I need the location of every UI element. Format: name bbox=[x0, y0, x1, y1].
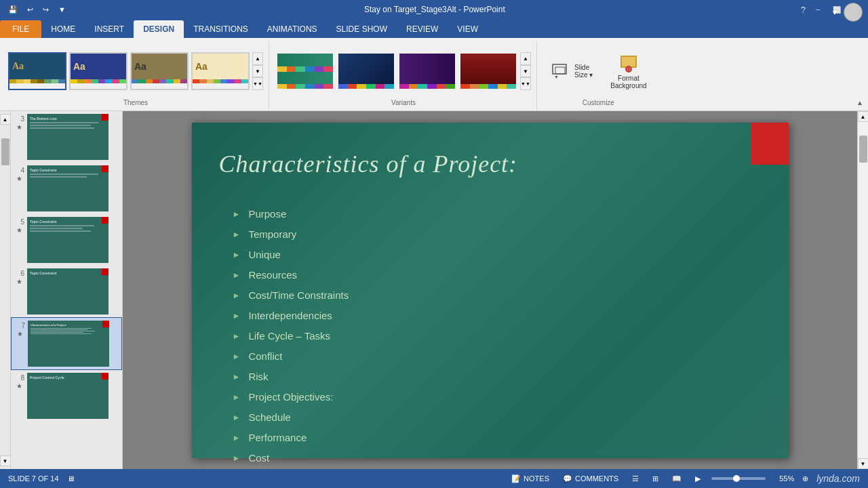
themes-items: Aa Aa bbox=[8, 43, 263, 99]
tab-view[interactable]: VIEW bbox=[448, 20, 488, 38]
save-icon[interactable]: 💾 bbox=[5, 4, 20, 16]
quick-access-toolbar: 💾 ↩ ↪ ▼ bbox=[5, 4, 68, 16]
status-bar: SLIDE 7 OF 14 🖥 📝 NOTES 💬 COMMENTS ☰ ⊞ 📖… bbox=[0, 469, 868, 488]
canvas-scroll-up[interactable]: ▲ bbox=[858, 111, 869, 122]
slide-size-button[interactable]: ▼ Slide Size ▾ bbox=[544, 57, 599, 85]
bullet-purpose: ► Purpose bbox=[233, 204, 349, 224]
panel-scroll-track bbox=[0, 125, 10, 455]
variant-4[interactable] bbox=[459, 52, 517, 90]
left-panel-scroll: ▲ ▼ bbox=[0, 111, 11, 469]
canvas-area: Characteristics of a Project: ► Purpose … bbox=[123, 111, 857, 469]
slide-thumb-8[interactable]: Project Control Cycle bbox=[27, 373, 108, 419]
bullet-arrow-1: ► bbox=[233, 204, 241, 224]
status-right: 📝 NOTES 💬 COMMENTS ☰ ⊞ 📖 ▶ 55% ⊕ lynda.c… bbox=[509, 473, 860, 485]
bullet-arrow-13: ► bbox=[233, 448, 241, 468]
fit-slide-button[interactable]: 🖥 bbox=[67, 474, 75, 483]
slide-item-3[interactable]: 3 ★ The Bottom Line bbox=[11, 111, 122, 163]
slide-item-7[interactable]: 7 ★ Characteristics of a Project: bbox=[11, 317, 122, 370]
bullet-text-6: Interdependencies bbox=[248, 306, 332, 326]
panel-scroll-thumb[interactable] bbox=[1, 138, 9, 165]
fit-width-button[interactable]: ⊕ bbox=[802, 474, 808, 483]
bullet-arrow-8: ► bbox=[233, 346, 241, 367]
variants-scroll-more[interactable]: ▼▼ bbox=[520, 77, 531, 90]
slideshow-button[interactable]: ▶ bbox=[692, 473, 703, 485]
variants-scroll-up[interactable]: ▲ bbox=[520, 52, 531, 65]
slide-corner-5 bbox=[102, 217, 108, 224]
variants-group: ▲ ▼ ▼▼ Variants bbox=[271, 41, 537, 110]
customize-qa-icon[interactable]: ▼ bbox=[56, 4, 68, 15]
format-background-button[interactable]: Format Background bbox=[604, 49, 652, 93]
themes-scroll-up[interactable]: ▲ bbox=[252, 52, 263, 65]
bullet-arrow-12: ► bbox=[233, 428, 241, 448]
tab-home[interactable]: HOME bbox=[41, 20, 85, 38]
slide-item-6[interactable]: 6 ★ Topic Constraint bbox=[11, 266, 122, 317]
title-bar: 💾 ↩ ↪ ▼ Stay on Target_Stage3Alt - Power… bbox=[0, 0, 868, 19]
slide-canvas[interactable]: Characteristics of a Project: ► Purpose … bbox=[192, 123, 789, 458]
slide-num-8: 8 bbox=[14, 373, 24, 382]
slide-thumb-7[interactable]: Characteristics of a Project: bbox=[28, 321, 109, 367]
themes-scroll-more[interactable]: ▼▼ bbox=[252, 77, 263, 90]
slide-item-8[interactable]: 8 ★ Project Control Cycle bbox=[11, 370, 122, 422]
variant-3[interactable] bbox=[398, 52, 456, 90]
theme-1[interactable]: Aa bbox=[8, 52, 66, 90]
variant-2[interactable] bbox=[337, 52, 395, 90]
zoom-thumb[interactable] bbox=[733, 475, 740, 482]
tab-transitions[interactable]: TRANSITIONS bbox=[184, 20, 258, 38]
comments-button[interactable]: 💬 COMMENTS bbox=[560, 473, 621, 485]
theme-3[interactable]: Aa bbox=[130, 52, 189, 90]
slide-item-4[interactable]: 4 ★ Topic Constraint bbox=[11, 163, 122, 214]
bullet-arrow-4: ► bbox=[233, 265, 241, 285]
bullet-interdependencies: ► Interdependencies bbox=[233, 306, 349, 326]
tab-animations[interactable]: ANIMATIONS bbox=[258, 20, 327, 38]
variants-scroll: ▲ ▼ ▼▼ bbox=[520, 52, 531, 90]
panel-scroll-down[interactable]: ▼ bbox=[0, 455, 11, 466]
slides-panel: 3 ★ The Bottom Line bbox=[11, 111, 123, 469]
slide-sorter-button[interactable]: ⊞ bbox=[650, 473, 661, 485]
tab-file[interactable]: FILE bbox=[0, 20, 41, 38]
normal-view-button[interactable]: ☰ bbox=[629, 473, 642, 485]
bullet-text-11: Schedule bbox=[248, 407, 291, 428]
theme-strip: Aa Aa bbox=[8, 52, 250, 90]
variants-items: ▲ ▼ ▼▼ bbox=[276, 43, 531, 99]
bullet-cost: ► Cost bbox=[233, 448, 349, 468]
variants-label: Variants bbox=[391, 99, 416, 108]
slide-thumb-4[interactable]: Topic Constraint bbox=[27, 165, 108, 211]
customize-group: ▼ Slide Size ▾ bbox=[538, 41, 658, 110]
variant-1[interactable] bbox=[276, 52, 334, 90]
user-dropdown-icon[interactable]: ▼ bbox=[831, 9, 838, 16]
slide-star-8: ★ bbox=[16, 382, 22, 390]
zoom-slider[interactable] bbox=[711, 477, 766, 480]
canvas-scroll-thumb[interactable] bbox=[859, 136, 867, 163]
theme-4[interactable]: Aa bbox=[191, 52, 250, 90]
canvas-scroll-down[interactable]: ▼ bbox=[858, 458, 869, 469]
tab-design[interactable]: DESIGN bbox=[134, 20, 184, 38]
user-name[interactable]: Richard Harrington bbox=[757, 7, 826, 17]
slide-title[interactable]: Characteristics of a Project: bbox=[219, 150, 518, 178]
reading-view-button[interactable]: 📖 bbox=[669, 473, 684, 485]
bullet-cost-time: ► Cost/Time Constraints bbox=[233, 285, 349, 306]
tab-slideshow[interactable]: SLIDE SHOW bbox=[327, 20, 397, 38]
variants-scroll-down[interactable]: ▼ bbox=[520, 65, 531, 78]
notes-button[interactable]: 📝 NOTES bbox=[509, 473, 552, 485]
slide-corner-8 bbox=[102, 373, 108, 380]
themes-scroll-down[interactable]: ▼ bbox=[252, 65, 263, 78]
bullet-arrow-2: ► bbox=[233, 224, 241, 245]
slide-item-5[interactable]: 5 ★ Topic Constraint bbox=[11, 214, 122, 266]
slide-star-6: ★ bbox=[16, 278, 22, 285]
tab-insert[interactable]: INSERT bbox=[85, 20, 134, 38]
bullet-text-12: Performance bbox=[248, 428, 307, 448]
theme-2[interactable]: Aa bbox=[69, 52, 127, 90]
ribbon-collapse-button[interactable]: ▲ bbox=[854, 97, 865, 108]
bullet-text-2: Temporary bbox=[248, 224, 296, 245]
bullet-text-13: Cost bbox=[248, 448, 269, 468]
panel-scroll-up[interactable]: ▲ bbox=[0, 114, 11, 125]
undo-icon[interactable]: ↩ bbox=[24, 4, 36, 16]
slide-thumb-3[interactable]: The Bottom Line bbox=[27, 114, 108, 160]
tab-review[interactable]: REVIEW bbox=[397, 20, 448, 38]
redo-icon[interactable]: ↪ bbox=[40, 4, 52, 16]
bullet-conflict: ► Conflict bbox=[233, 346, 349, 367]
main-area: ▲ ▼ 3 ★ The Bottom Line bbox=[0, 111, 868, 469]
slide-thumb-5[interactable]: Topic Constraint bbox=[27, 217, 108, 263]
slide-thumb-6[interactable]: Topic Constraint bbox=[27, 268, 108, 314]
bullet-schedule: ► Schedule bbox=[233, 407, 349, 428]
